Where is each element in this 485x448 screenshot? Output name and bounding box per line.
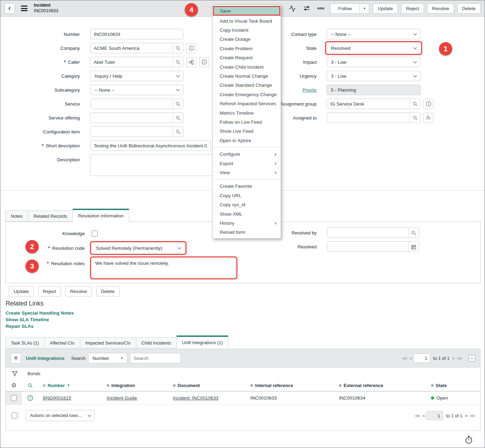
filter-breadcrumb-label[interactable]: Bonds [28, 371, 40, 376]
short-description-input[interactable] [90, 140, 211, 151]
menu-item-reload-form[interactable]: Reload form [213, 228, 281, 237]
menu-item-show-xml[interactable]: Show XML [213, 209, 281, 218]
first-page-icon[interactable]: ◀◀ [402, 356, 406, 361]
number-input[interactable] [90, 29, 183, 39]
column-menu-icon[interactable]: ≡ [250, 383, 253, 388]
back-button[interactable] [5, 3, 15, 14]
column-menu-icon[interactable]: ≡ [173, 383, 176, 388]
configuration-item-search-button[interactable] [173, 127, 183, 137]
tab-affected-cis[interactable]: Affected CIs [44, 337, 80, 348]
urgency-select[interactable]: 3 - Low [327, 71, 420, 81]
activity-stream-icon[interactable] [288, 5, 296, 12]
column-menu-icon[interactable]: ≡ [431, 383, 434, 388]
resolved-input[interactable] [327, 242, 408, 252]
menu-item-copy-incident[interactable]: Copy Incident [213, 25, 281, 34]
follow-dropdown-button[interactable]: ▼ [360, 3, 369, 14]
menu-item-create-child-incident[interactable]: Create Child Incident [213, 62, 281, 71]
service-offering-search-button[interactable] [173, 113, 183, 123]
resolved-calendar-button[interactable] [408, 242, 419, 252]
column-menu-icon[interactable]: ≡ [43, 383, 46, 388]
next-page-icon[interactable]: ▶ [452, 356, 454, 361]
menu-item-create-emergency-change[interactable]: Create Emergency Change [213, 90, 281, 99]
personalize-form-icon[interactable] [303, 5, 310, 12]
menu-item-show-live-feed[interactable]: Show Live Feed [213, 127, 281, 136]
description-textarea[interactable] [90, 154, 223, 176]
last-page-icon[interactable]: ▶▶ [457, 356, 462, 361]
caller-search-button[interactable] [173, 57, 183, 67]
contact-type-select[interactable]: -- None -- [327, 29, 420, 39]
resolved-by-input[interactable] [327, 228, 408, 238]
column-header-integration[interactable]: ≡Integration [102, 383, 168, 388]
info-icon[interactable] [27, 395, 33, 401]
previous-page-icon[interactable]: ◀ [422, 413, 424, 418]
timer-widget-button[interactable] [464, 435, 473, 445]
update-button-footer[interactable]: Update [9, 286, 34, 296]
assign-to-me-button[interactable] [423, 113, 433, 123]
menu-item-copy-sys-id[interactable]: Copy sys_id [213, 200, 281, 209]
service-input[interactable] [91, 99, 173, 109]
column-header-external-reference[interactable]: ≡External reference [334, 383, 426, 388]
actions-on-selected-rows-select[interactable]: Actions on selected rows... [26, 410, 95, 421]
assignment-group-input[interactable] [327, 99, 410, 109]
update-button[interactable]: Update [373, 3, 398, 14]
tab-impacted-services[interactable]: Impacted Services/CIs [80, 337, 136, 348]
tab-notes[interactable]: Notes [5, 210, 28, 222]
caller-preview-button[interactable] [199, 57, 209, 67]
column-menu-icon[interactable]: ≡ [107, 383, 109, 388]
menu-item-create-problem[interactable]: Create Problem [213, 44, 281, 53]
subcategory-select[interactable]: -- None -- [90, 85, 183, 95]
menu-item-history[interactable]: History› [213, 218, 281, 227]
caller-input[interactable] [91, 57, 173, 67]
resolve-button[interactable]: Resolve [427, 3, 454, 14]
column-header-document[interactable]: ≡Document [168, 383, 245, 388]
gear-icon[interactable]: ⚙ [11, 382, 16, 389]
menu-item-add-to-visual-task-board[interactable]: Add to Visual Task Board [213, 16, 281, 25]
reject-button-footer[interactable]: Reject [38, 286, 61, 296]
tab-unifi-integrations[interactable]: Unifi Integrations (1) [176, 335, 228, 349]
previous-page-icon[interactable]: ◀ [409, 356, 411, 361]
delete-button-footer[interactable]: Delete [96, 286, 120, 296]
tab-related-records[interactable]: Related Records [28, 210, 73, 222]
page-number-input[interactable] [414, 354, 430, 363]
column-header-internal-reference[interactable]: ≡Internal reference [245, 383, 334, 388]
company-preview-button[interactable] [186, 43, 196, 53]
first-page-icon[interactable]: ◀◀ [415, 413, 419, 418]
menu-item-save[interactable]: Save [213, 6, 280, 16]
list-search-field-select[interactable]: Number▼ [88, 353, 127, 363]
column-header-number[interactable]: ≡Number▼ [38, 383, 102, 388]
select-all-checkbox[interactable] [12, 412, 17, 418]
resolved-by-search-button[interactable] [408, 228, 419, 238]
menu-item-create-standard-change[interactable]: Create Standard Change [213, 81, 281, 90]
context-menu-button[interactable] [21, 6, 28, 11]
caller-related-records-button[interactable] [186, 57, 196, 67]
assignment-group-preview-button[interactable] [423, 99, 433, 109]
state-select[interactable]: Resolved [327, 43, 420, 53]
cell-integration-link[interactable]: Incident Guide [107, 395, 137, 401]
collapse-list-button[interactable]: − [469, 355, 475, 362]
menu-item-create-request[interactable]: Create Request [213, 53, 281, 62]
assigned-to-input[interactable] [327, 113, 410, 123]
tab-resolution-information[interactable]: Resolution Information [73, 209, 129, 222]
assignment-group-search-button[interactable] [410, 99, 420, 109]
category-select[interactable]: Inquiry / Help [90, 71, 183, 81]
service-offering-input[interactable] [91, 113, 173, 123]
follow-button[interactable]: Follow [330, 3, 360, 14]
configuration-item-input[interactable] [91, 127, 173, 137]
link-show-sla-timeline[interactable]: Show SLA Timeline [6, 317, 74, 322]
tab-task-slas[interactable]: Task SLAs (1) [5, 337, 45, 348]
menu-item-configure[interactable]: Configure› [213, 149, 281, 159]
menu-item-follow-on-live-feed[interactable]: Follow on Live Feed [213, 117, 281, 126]
impact-select[interactable]: 3 - Low [327, 57, 420, 67]
page-number-input[interactable] [426, 411, 443, 420]
menu-item-metrics-timeline[interactable]: Metrics Timeline [213, 108, 281, 117]
column-menu-icon[interactable]: ≡ [339, 383, 342, 388]
assigned-to-search-button[interactable] [410, 113, 420, 123]
link-create-special-handling-notes[interactable]: Create Special Handling Notes [6, 310, 74, 316]
menu-item-create-outage[interactable]: Create Outage [213, 35, 281, 44]
link-repair-slas[interactable]: Repair SLAs [6, 324, 74, 329]
company-search-button[interactable] [173, 43, 183, 53]
company-input[interactable] [91, 43, 173, 53]
menu-item-create-favorite[interactable]: Create Favorite [213, 182, 281, 191]
list-context-menu-button[interactable]: ≡ [10, 353, 21, 364]
row-checkbox[interactable] [11, 395, 17, 401]
